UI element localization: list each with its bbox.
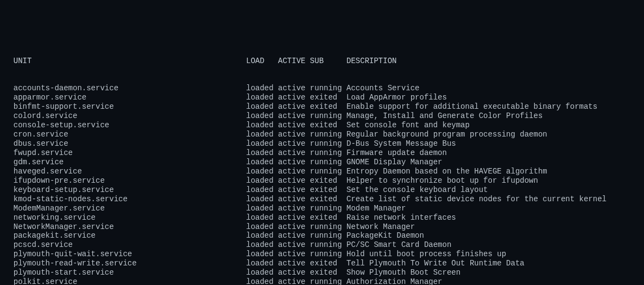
unit-name: plymouth-read-write.service — [14, 259, 246, 268]
sub-state: exited — [310, 93, 346, 102]
sub-state: running — [310, 158, 346, 167]
load-state: loaded — [246, 158, 278, 167]
row-bullet — [4, 93, 14, 102]
load-state: loaded — [246, 148, 278, 158]
row-bullet — [4, 121, 14, 130]
row-bullet — [4, 204, 14, 213]
header-active: ACTIVE — [278, 57, 310, 66]
load-state: loaded — [246, 93, 278, 102]
sub-state: running — [310, 139, 346, 148]
header-description: DESCRIPTION — [346, 57, 396, 66]
table-row: ifupdown-pre.serviceloadedactiveexitedHe… — [4, 176, 640, 185]
load-state: loaded — [246, 259, 278, 268]
active-state: active — [278, 121, 310, 130]
active-state: active — [278, 222, 310, 232]
row-bullet — [4, 111, 14, 121]
table-row: haveged.serviceloadedactiverunningEntrop… — [4, 167, 640, 176]
description: GNOME Display Manager — [346, 158, 442, 167]
sub-state: exited — [310, 213, 346, 222]
description: Authorization Manager — [346, 277, 442, 285]
load-state: loaded — [246, 277, 278, 285]
table-row: keyboard-setup.serviceloadedactiveexited… — [4, 185, 640, 195]
table-row: fwupd.serviceloadedactiverunningFirmware… — [4, 148, 640, 158]
load-state: loaded — [246, 213, 278, 222]
load-state: loaded — [246, 130, 278, 139]
table-row: console-setup.serviceloadedactiveexitedS… — [4, 121, 640, 130]
description: Firmware update daemon — [346, 148, 447, 158]
active-state: active — [278, 84, 310, 93]
row-bullet — [4, 259, 14, 268]
description: Accounts Service — [346, 84, 419, 93]
description: Enable support for additional executable… — [346, 102, 597, 111]
row-bullet — [4, 130, 14, 139]
description: Helper to synchronize boot up for ifupdo… — [346, 176, 538, 185]
active-state: active — [278, 93, 310, 102]
unit-name: dbus.service — [14, 139, 246, 148]
description: Create list of static device nodes for t… — [346, 195, 607, 204]
active-state: active — [278, 268, 310, 277]
row-bullet — [4, 84, 14, 93]
description: Modem Manager — [346, 204, 406, 213]
active-state: active — [278, 111, 310, 121]
table-row: ModemManager.serviceloadedactiverunningM… — [4, 204, 640, 213]
table-row: accounts-daemon.serviceloadedactiverunni… — [4, 84, 640, 93]
description: Tell Plymouth To Write Out Runtime Data — [346, 259, 525, 268]
unit-name: pcscd.service — [14, 240, 246, 250]
unit-name: NetworkManager.service — [14, 222, 246, 232]
load-state: loaded — [246, 204, 278, 213]
unit-name: cron.service — [14, 130, 246, 139]
description: Hold until boot process finishes up — [346, 250, 506, 259]
sub-state: exited — [310, 185, 346, 195]
description: Manage, Install and Generate Color Profi… — [346, 111, 542, 121]
active-state: active — [278, 231, 310, 240]
table-row: packagekit.serviceloadedactiverunningPac… — [4, 231, 640, 240]
load-state: loaded — [246, 222, 278, 232]
unit-name: accounts-daemon.service — [14, 84, 246, 93]
description: PC/SC Smart Card Daemon — [346, 240, 451, 250]
header-bullet — [4, 57, 14, 66]
row-bullet — [4, 148, 14, 158]
active-state: active — [278, 139, 310, 148]
load-state: loaded — [246, 185, 278, 195]
unit-name: ModemManager.service — [14, 204, 246, 213]
unit-name: console-setup.service — [14, 121, 246, 130]
sub-state: running — [310, 222, 346, 232]
description: Set console font and keymap — [346, 121, 470, 130]
sub-state: running — [310, 240, 346, 250]
row-bullet — [4, 176, 14, 185]
sub-state: running — [310, 250, 346, 259]
sub-state: running — [310, 111, 346, 121]
active-state: active — [278, 130, 310, 139]
sub-state: exited — [310, 102, 346, 111]
sub-state: running — [310, 277, 346, 285]
table-row: dbus.serviceloadedactiverunningD-Bus Sys… — [4, 139, 640, 148]
header-load: LOAD — [246, 57, 278, 66]
load-state: loaded — [246, 176, 278, 185]
description: Set the console keyboard layout — [346, 185, 488, 195]
unit-name: gdm.service — [14, 158, 246, 167]
sub-state: running — [310, 231, 346, 240]
active-state: active — [278, 176, 310, 185]
table-header: UNITLOADACTIVESUBDESCRIPTION — [4, 57, 640, 66]
service-list: accounts-daemon.serviceloadedactiverunni… — [4, 84, 640, 285]
description: PackageKit Daemon — [346, 231, 424, 240]
row-bullet — [4, 277, 14, 285]
row-bullet — [4, 158, 14, 167]
table-row: plymouth-read-write.serviceloadedactivee… — [4, 259, 640, 268]
active-state: active — [278, 102, 310, 111]
row-bullet — [4, 195, 14, 204]
unit-name: haveged.service — [14, 167, 246, 176]
load-state: loaded — [246, 139, 278, 148]
table-row: pcscd.serviceloadedactiverunningPC/SC Sm… — [4, 240, 640, 250]
sub-state: exited — [310, 259, 346, 268]
table-row: networking.serviceloadedactiveexitedRais… — [4, 213, 640, 222]
table-row: NetworkManager.serviceloadedactiverunnin… — [4, 222, 640, 232]
load-state: loaded — [246, 268, 278, 277]
active-state: active — [278, 240, 310, 250]
systemctl-output[interactable]: UNITLOADACTIVESUBDESCRIPTION accounts-da… — [4, 38, 640, 285]
unit-name: colord.service — [14, 111, 246, 121]
table-row: polkit.serviceloadedactiverunningAuthori… — [4, 277, 640, 285]
row-bullet — [4, 231, 14, 240]
description: Entropy Daemon based on the HAVEGE algor… — [346, 167, 547, 176]
row-bullet — [4, 222, 14, 232]
